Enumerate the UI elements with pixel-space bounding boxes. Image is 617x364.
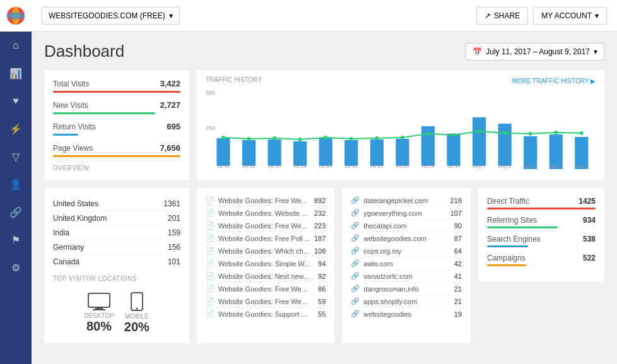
traffic-source-item: Direct Traffic 1425 (487, 197, 596, 209)
calendar-icon: 📅 (473, 47, 482, 56)
referrer-name[interactable]: websitegoodies (363, 310, 450, 318)
page-count: 59 (318, 298, 326, 305)
page-icon: 📄 (206, 234, 214, 242)
locations-label: TOP VISITOR LOCATIONS (53, 275, 180, 282)
location-name: Canada (53, 257, 79, 266)
return-visits-stat: Return Visits 695 (53, 122, 180, 136)
svg-point-27 (401, 136, 404, 139)
referrer-name[interactable]: awio.com (363, 260, 450, 267)
account-button[interactable]: MY ACCOUNT ▾ (533, 7, 607, 25)
referrer-name[interactable]: apps.shopify.com (363, 298, 450, 305)
page-count: 94 (318, 260, 326, 267)
page-title[interactable]: Website Goodies: Website ... (218, 209, 310, 217)
referrer-list-item: 🔗thecatapi.com90 (351, 220, 462, 232)
referrer-icon: 🔗 (351, 285, 360, 293)
total-visits-bar (53, 91, 180, 93)
traffic-count: 522 (583, 254, 596, 262)
traffic-count: 538 (583, 235, 596, 244)
referrer-icon: 🔗 (351, 247, 360, 255)
list-item: United States1361 (53, 197, 180, 211)
page-count: 892 (314, 197, 326, 204)
sidebar-item-filter[interactable]: ▽ (0, 143, 32, 170)
referrer-name[interactable]: ygoeverything.com (363, 209, 446, 217)
page-title[interactable]: Website Goodies: Next new... (218, 273, 314, 280)
svg-text:Jul 24: Jul 24 (370, 163, 384, 169)
page-title[interactable]: Website Goodies: Free Poll ... (218, 235, 310, 242)
more-traffic-link[interactable]: MORE TRAFFIC HISTORY ▶ (512, 78, 596, 85)
svg-rect-14 (447, 134, 460, 166)
svg-rect-16 (498, 124, 512, 166)
traffic-label: Referring Sites (487, 216, 537, 225)
location-count: 156 (168, 243, 180, 252)
svg-rect-10 (344, 140, 358, 166)
traffic-sources-card: Direct Traffic 1425 Referring Sites 934 … (478, 188, 604, 281)
list-item: India159 (53, 226, 180, 240)
traffic-bar (487, 226, 558, 228)
svg-point-34 (580, 131, 584, 135)
svg-text:Aug 5: Aug 5 (524, 163, 537, 169)
sidebar-item-users[interactable]: 👤 (0, 170, 32, 198)
page-title[interactable]: Website Goodies: Support ... (218, 310, 314, 318)
desktop-icon (88, 293, 110, 310)
page-title[interactable]: Website Goodies: Free We... (218, 298, 314, 305)
chevron-down-icon: ▾ (595, 11, 599, 20)
new-visits-stat: New Visits 2,727 (53, 100, 180, 114)
svg-point-33 (554, 131, 558, 134)
sidebar-item-chart[interactable]: 📊 (0, 59, 32, 87)
page-list-item: 📄Website Goodies: Simple W...94 (206, 257, 326, 270)
referrer-name[interactable]: cops.org.my (363, 247, 450, 255)
sidebar-item-link[interactable]: 🔗 (0, 198, 32, 226)
location-count: 201 (168, 214, 180, 223)
date-range-picker[interactable]: 📅 July 11, 2017 – August 9, 2017 ▾ (466, 43, 604, 61)
page-list-item: 📄Website Goodies: Free We...892 (206, 194, 326, 207)
referrer-list-item: 🔗websitegoodies19 (351, 308, 462, 320)
referrer-name[interactable]: thecatapi.com (363, 222, 450, 230)
page-title[interactable]: Website Goodies: Which ch... (218, 247, 310, 255)
svg-rect-5 (216, 138, 230, 166)
sidebar-item-heart[interactable]: ♥ (0, 87, 32, 115)
referrer-count: 107 (450, 209, 462, 217)
sidebar-item-flag[interactable]: ⚑ (0, 226, 32, 254)
referrer-name[interactable]: vanadzorfc.com (363, 273, 450, 280)
page-title[interactable]: Website Goodies: Free We... (218, 285, 314, 293)
dashboard-grid: Total Visits 3,422 New Visits 2,727 Retu… (44, 70, 604, 343)
svg-rect-6 (242, 140, 256, 166)
stats-card: Total Visits 3,422 New Visits 2,727 Retu… (44, 70, 189, 180)
svg-text:Jul 12: Jul 12 (216, 163, 230, 169)
page-title[interactable]: Website Goodies: Simple W... (218, 260, 314, 267)
referrer-name[interactable]: daterangepicker.com (363, 197, 446, 204)
svg-point-31 (503, 131, 507, 135)
location-count: 159 (168, 228, 180, 237)
location-count: 101 (168, 257, 180, 266)
chevron-down-icon: ▾ (594, 47, 597, 56)
site-selector[interactable]: WEBSITEGOODIES.COM (FREE) ▾ (42, 7, 180, 25)
referrer-list-item: 🔗ygoeverything.com107 (351, 207, 462, 220)
page-title[interactable]: Website Goodies: Free We... (218, 197, 310, 204)
topbar-actions: ↗ SHARE MY ACCOUNT ▾ (476, 7, 607, 25)
mobile-label: MOBILE (124, 313, 150, 320)
referrer-name[interactable]: dangrossman.info (363, 285, 450, 293)
referrers-card: 🔗daterangepicker.com218🔗ygoeverything.co… (342, 188, 471, 343)
total-visits-stat: Total Visits 3,422 (53, 79, 180, 93)
referrer-list-item: 🔗cops.org.my64 (351, 245, 462, 257)
svg-point-24 (324, 136, 327, 139)
traffic-label: Direct Traffic (487, 197, 529, 206)
share-button[interactable]: ↗ SHARE (476, 7, 528, 25)
svg-rect-8 (293, 141, 307, 166)
sidebar-item-bolt[interactable]: ⚡ (0, 115, 32, 143)
page-title[interactable]: Website Goodies: Free We... (218, 222, 310, 230)
referrer-icon: 🔗 (351, 234, 360, 242)
traffic-bar (487, 208, 596, 209)
svg-rect-51 (95, 307, 103, 309)
overview-label: OVERVIEW (53, 165, 180, 172)
svg-text:250: 250 (206, 125, 215, 131)
referrer-name[interactable]: websitegoodies.com (363, 235, 450, 242)
page-count: 108 (314, 247, 326, 255)
location-name: United Kingdom (53, 214, 107, 223)
sidebar-item-gear[interactable]: ⚙ (0, 254, 32, 281)
referrer-icon: 🔗 (351, 259, 360, 267)
sidebar-item-home[interactable]: ⌂ (0, 32, 32, 59)
pages-card: 📄Website Goodies: Free We...892📄Website … (197, 188, 334, 343)
traffic-list: Direct Traffic 1425 Referring Sites 934 … (487, 197, 596, 266)
referrer-list-item: 🔗apps.shopify.com21 (351, 295, 462, 308)
